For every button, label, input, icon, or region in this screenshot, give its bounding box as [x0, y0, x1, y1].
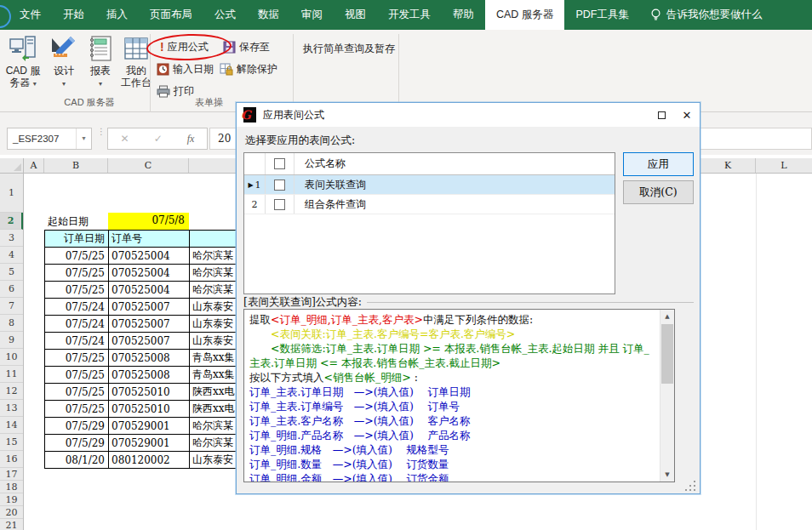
simple-query-button[interactable]: 执行简单查询及暂存 [303, 40, 395, 57]
row-header-14[interactable]: 14 [0, 417, 23, 434]
column-header-D[interactable] [189, 158, 240, 173]
row-header-19[interactable]: 19 [0, 493, 23, 506]
cell[interactable]: 070529001 [109, 435, 190, 452]
cell[interactable]: 山东泰安 [190, 333, 241, 350]
cell[interactable]: 山东泰安 [190, 452, 241, 469]
row-header-11[interactable]: 11 [0, 366, 23, 383]
row-header-20[interactable]: 20 [0, 506, 23, 519]
column-header-B[interactable]: B [44, 158, 108, 173]
tab-help[interactable]: 帮助 [442, 0, 485, 30]
design-button[interactable]: 设计 ▾ [46, 33, 82, 90]
header-cell-customer[interactable] [190, 231, 241, 248]
cell[interactable]: 哈尔滨某 [190, 248, 241, 265]
row-header-5[interactable]: 5 [0, 264, 23, 281]
row-header-2[interactable]: 2 [0, 213, 23, 230]
row-header-3[interactable]: 3 [0, 230, 23, 247]
row-header-10[interactable]: 10 [0, 349, 23, 366]
report-button[interactable]: 报表 ▾ [83, 33, 118, 90]
column-header-K[interactable]: K [700, 158, 756, 173]
cell[interactable]: 070525010 [109, 384, 190, 401]
tab-developer[interactable]: 开发工具 [377, 0, 442, 30]
cell[interactable]: 哈尔滨某 [190, 282, 241, 299]
row-header-9[interactable]: 9 [0, 332, 23, 349]
tab-insert[interactable]: 插入 [95, 0, 139, 30]
formula-content-box[interactable]: 提取<订单_明细,订单_主表,客户表>中满足下列条件的数据: <表间关联:订单_… [243, 309, 675, 482]
scrollbar-up-icon[interactable]: ▲ [660, 310, 674, 323]
cell[interactable]: 哈尔滨某 [190, 418, 241, 435]
row-header-12[interactable]: 12 [0, 383, 23, 400]
name-box[interactable]: _ESF2307 ▼ [7, 128, 92, 150]
cell[interactable]: 青岛xx集 [190, 350, 241, 367]
tab-view[interactable]: 视图 [334, 0, 377, 30]
row-header-17[interactable]: 17 [0, 468, 23, 481]
row-header-13[interactable]: 13 [0, 400, 23, 417]
close-button[interactable]: ✕ [674, 103, 700, 127]
select-all-checkbox[interactable] [274, 158, 285, 169]
dialog-title-bar[interactable]: G 应用表间公式 ✕ [237, 103, 700, 127]
start-date-label-cell[interactable]: 起始日期 [48, 214, 107, 230]
cell[interactable]: 07/5/24 [45, 299, 109, 316]
start-date-value-cell[interactable]: 07/5/8 [108, 213, 189, 230]
vertical-scrollbar[interactable]: ▲ ▼ [660, 310, 674, 482]
tab-home[interactable]: 开始 [52, 0, 95, 30]
row-header-18[interactable]: 18 [0, 481, 23, 493]
header-cell-order-date[interactable]: 订单日期 [45, 231, 109, 248]
input-date-button[interactable]: 输入日期 [157, 60, 214, 77]
cell[interactable]: 07/5/25 [45, 265, 109, 282]
formula-list[interactable]: 公式名称 ▶1表间关联查询2组合条件查询 [243, 152, 615, 294]
cell[interactable]: 07/5/25 [45, 384, 109, 401]
select-all-corner[interactable] [0, 158, 24, 173]
column-header-L[interactable]: L [756, 158, 812, 173]
row-header-7[interactable]: 7 [0, 298, 23, 315]
unprotect-button[interactable]: 解除保护 [220, 60, 277, 77]
cell[interactable]: 070525007 [109, 299, 190, 316]
tell-me-box[interactable]: 告诉我你想要做什么 [640, 0, 773, 30]
tab-page-layout[interactable]: 页面布局 [139, 0, 203, 30]
scrollbar-down-icon[interactable]: ▼ [660, 468, 674, 482]
formula-list-row[interactable]: 2组合条件查询 [244, 195, 615, 214]
cell[interactable]: 08/1/20 [45, 452, 109, 469]
row-header-16[interactable]: 16 [0, 451, 23, 468]
cell[interactable]: 07/5/29 [45, 418, 109, 435]
cell[interactable]: 陕西xx电 [190, 384, 241, 401]
confirm-entry-icon[interactable]: ✓ [154, 133, 163, 145]
cell[interactable]: 070525004 [109, 282, 190, 299]
row-header-6[interactable]: 6 [0, 281, 23, 298]
print-button[interactable]: 打印 [157, 83, 194, 100]
row-header-15[interactable]: 15 [0, 434, 23, 451]
cell[interactable]: 哈尔滨某 [190, 265, 241, 282]
cell[interactable]: 070525008 [109, 350, 190, 367]
cancel-button[interactable]: 取消(C) [623, 180, 694, 204]
cell[interactable]: 07/5/25 [45, 248, 109, 265]
apply-button[interactable]: 应用 [623, 152, 694, 176]
tab-file[interactable]: 文件 [9, 0, 52, 30]
cell[interactable]: 山东泰安 [190, 299, 241, 316]
cell[interactable]: 07/5/24 [45, 333, 109, 350]
cell[interactable]: 070525007 [109, 316, 190, 333]
header-cell-order-no[interactable]: 订单号 [109, 231, 190, 248]
row-header-4[interactable]: 4 [0, 247, 23, 264]
row-header-8[interactable]: 8 [0, 315, 23, 332]
name-box-dropdown-icon[interactable]: ▼ [76, 128, 91, 149]
scrollbar-thumb[interactable] [661, 324, 673, 384]
cell[interactable]: 哈尔滨某 [190, 435, 241, 452]
column-header-A[interactable]: A [24, 158, 44, 173]
row-header-21[interactable]: 21 [0, 519, 23, 530]
column-header-C[interactable]: C [108, 158, 189, 173]
cell[interactable]: 陕西xx电 [190, 401, 241, 418]
cell[interactable]: 070525007 [109, 333, 190, 350]
insert-function-icon[interactable]: fx [187, 133, 195, 145]
cell[interactable]: 070525004 [109, 248, 190, 265]
tab-pdf-tools[interactable]: PDF工具集 [564, 0, 640, 30]
cell[interactable]: 07/5/25 [45, 367, 109, 384]
cell[interactable]: 07/5/29 [45, 435, 109, 452]
row-checkbox[interactable] [274, 199, 285, 210]
formula-list-row[interactable]: ▶1表间关联查询 [244, 175, 615, 195]
cell[interactable]: 070525008 [109, 367, 190, 384]
cell[interactable]: 080120002 [109, 452, 190, 469]
cell[interactable]: 山东泰安 [190, 316, 241, 333]
maximize-button[interactable] [649, 103, 674, 127]
tab-cad-server[interactable]: CAD 服务器 [485, 0, 564, 30]
cell[interactable]: 07/5/25 [45, 350, 109, 367]
cell[interactable]: 07/5/24 [45, 316, 109, 333]
